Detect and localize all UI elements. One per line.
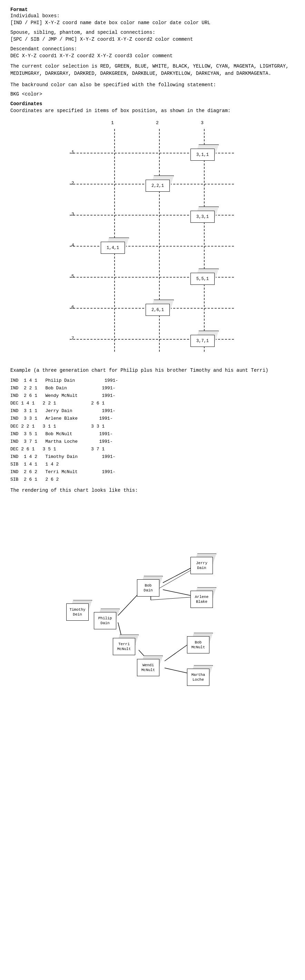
example-caption: Example (a three generation chart for Ph… [10,367,295,374]
row-label-2: 2 [72,181,74,186]
data-line-14: SIB 2 6 1 2 6 2 [10,476,295,484]
example-section: Example (a three generation chart for Ph… [10,367,295,494]
data-line-7: DEC 2 2 1 3 1 1 3 3 1 [10,423,295,430]
background-format: BKG <color> [10,91,295,97]
data-line-12: SIB 1 4 1 1 4 2 [10,461,295,468]
format-section: Format Individual boxes: [IND / PHI] X-Y… [10,7,295,25]
col-label-1: 1 [111,120,114,126]
descendant-section: Descendant connections: DEC X-Y-Z coord1… [10,46,295,59]
coordinates-section: Coordinates Coordinates are specified in… [10,101,295,115]
coordinates-text: Coordinates are specified in items of bo… [10,107,295,115]
data-line-6: IND 3 3 1 Arlene Blake 1991- [10,415,295,422]
format-title: Format [10,7,295,13]
row-label-5: 5 [72,274,74,279]
data-line-10: DEC 2 6 1 3 5 1 3 7 1 [10,445,295,453]
descendant-label: Descendant connections: [10,46,295,52]
row-label-6: 6 [72,305,74,310]
rendered-chart: TimothyDein PhilipDain BobDain JerryDain… [63,498,242,726]
chart-svg [63,498,242,726]
row-label-4: 4 [72,243,74,248]
data-line-3: IND 2 6 1 Wendy McNult 1991- [10,392,295,400]
page-content: Format Individual boxes: [IND / PHI] X-Y… [10,7,295,726]
background-section: The backround color can also be specifie… [10,81,295,97]
data-lines: IND 1 4 1 Philip Dain 1991- IND 2 2 1 Bo… [10,377,295,484]
data-line-9: IND 3 7 1 Martha Loche 1991- [10,438,295,445]
spouse-section: Spouse, sibling, phantom, and special co… [10,30,295,42]
spouse-label: Spouse, sibling, phantom, and special co… [10,30,295,35]
descendant-format: DEC X-Y-Z coord1 X-Y-Z coord2 X-Y-Z coor… [10,53,295,59]
data-line-5: IND 3 1 1 Jerry Dain 1991- [10,407,295,415]
rendering-text: The rendering of this chart looks like t… [10,487,295,494]
row-label-3: 3 [72,212,74,217]
color-text: The current color selection is RED, GREE… [10,63,295,77]
individual-boxes-format: [IND / PHI] X-Y-Z coord name date box co… [10,20,295,25]
coordinate-diagram: 1 2 3 1 2 3 4 5 6 7 3,1,1 2,2,1 3,3,1 [70,119,235,360]
data-line-2: IND 2 2 1 Bob Dain 1991- [10,385,295,392]
coordinates-title: Coordinates [10,101,295,107]
individual-boxes-label: Individual boxes: [10,13,295,19]
spouse-format: [SPC / SIB / JMP / PHC] X-Y-Z coord1 X-Y… [10,37,295,42]
data-line-13: IND 2 6 2 Terri McNult 1991- [10,468,295,476]
color-section: The current color selection is RED, GREE… [10,63,295,77]
row-label-1: 1 [72,150,74,155]
row-label-7: 7 [72,336,74,341]
col-label-2: 2 [156,120,159,126]
data-line-4: DEC 1 4 1 2 2 1 2 6 1 [10,400,295,407]
data-line-11: IND 1 4 2 Timothy Dain 1991- [10,453,295,461]
data-line-1: IND 1 4 1 Philip Dain 1991- [10,377,295,385]
data-line-8: IND 3 5 1 Bob McNult 1991- [10,430,295,438]
background-text: The backround color can also be specifie… [10,81,295,89]
col-label-3: 3 [201,120,204,126]
